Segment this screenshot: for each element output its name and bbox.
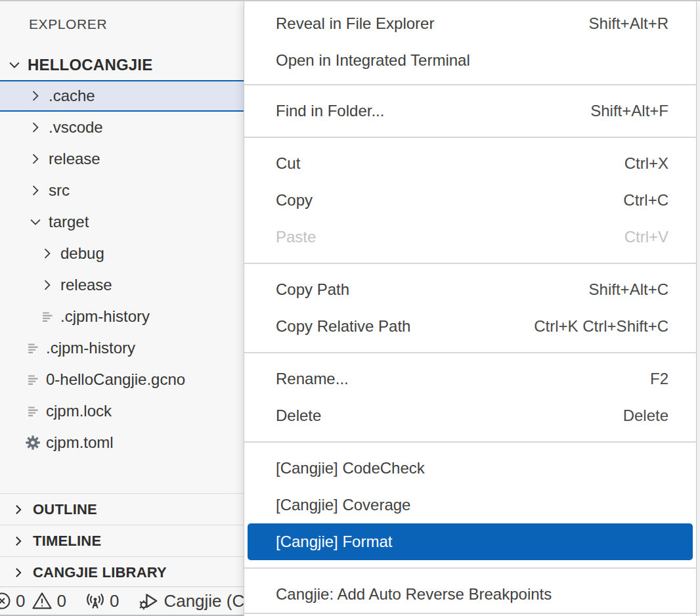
tree-item-target-cjpm-history[interactable]: .cjpm-history <box>0 301 244 332</box>
section-timeline[interactable]: TIMELINE <box>0 525 244 556</box>
tree-item-src[interactable]: src <box>0 175 244 206</box>
tree-root-label: HELLOCANGJIE <box>28 56 152 74</box>
chevron-right-icon <box>28 183 43 198</box>
menu-item-rename[interactable]: Rename... F2 <box>244 361 696 397</box>
problems-indicator[interactable]: 0 0 <box>0 587 66 615</box>
radio-tower-icon <box>85 590 106 611</box>
tree-item-release[interactable]: release <box>0 143 244 175</box>
sidebar-bottom-sections: OUTLINE TIMELINE CANGJIE LIBRARY <box>0 493 244 588</box>
section-cangjie-library[interactable]: CANGJIE LIBRARY <box>0 556 244 588</box>
window-top-border <box>0 0 700 1</box>
tree-item-label: release <box>60 276 112 294</box>
menu-item-label: [Cangjie] Coverage <box>276 496 410 514</box>
menu-group: Reveal in File Explorer Shift+Alt+R Open… <box>244 0 696 84</box>
explorer-panel-title: EXPLORER <box>29 16 107 32</box>
debug-target-indicator[interactable]: Cangjie (C <box>139 587 244 615</box>
tree-item-cjpm-lock[interactable]: cjpm.lock <box>0 395 244 427</box>
tree-item-target[interactable]: target <box>0 206 244 238</box>
explorer-panel: EXPLORER HELLOCANGJIE .cache .vscode rel… <box>0 0 244 616</box>
context-menu: Reveal in File Explorer Shift+Alt+R Open… <box>244 0 697 616</box>
menu-item-cangjie-format[interactable]: [Cangjie] Format <box>248 523 693 560</box>
menu-group: Cut Ctrl+X Copy Ctrl+C Paste Ctrl+V <box>244 137 696 263</box>
menu-item-label: Reveal in File Explorer <box>276 14 434 33</box>
menu-item-label: Rename... <box>276 370 349 388</box>
text-lines-icon <box>25 372 41 387</box>
menu-item-label: Copy <box>276 191 313 209</box>
menu-item-delete[interactable]: Delete Delete <box>244 397 696 434</box>
menu-item-label: Copy Path <box>276 280 349 299</box>
chevron-right-icon <box>28 88 43 104</box>
chevron-right-icon <box>39 246 55 261</box>
chevron-right-icon <box>11 565 26 581</box>
text-lines-icon <box>39 309 55 324</box>
tree-item-vscode[interactable]: .vscode <box>0 112 244 143</box>
tree-item-cjpm-toml[interactable]: cjpm.toml <box>0 427 244 458</box>
menu-item-shortcut: Delete <box>623 407 668 425</box>
warning-triangle-icon <box>32 590 53 611</box>
menu-item-cut[interactable]: Cut Ctrl+X <box>244 145 696 182</box>
error-circle-x-icon <box>0 591 12 611</box>
menu-item-label: Paste <box>276 228 316 246</box>
tree-root-hellocangjie[interactable]: HELLOCANGJIE <box>0 50 244 80</box>
menu-item-label: Open in Integrated Terminal <box>276 51 470 70</box>
menu-item-cangjie-coverage[interactable]: [Cangjie] Coverage <box>244 487 696 523</box>
menu-group <box>244 613 696 616</box>
menu-item-shortcut: Ctrl+K Ctrl+Shift+C <box>534 317 668 336</box>
gear-icon <box>25 435 41 451</box>
ports-indicator[interactable]: 0 <box>85 587 119 615</box>
menu-group: Rename... F2 Delete Delete <box>244 352 696 441</box>
tree-item-label: .cache <box>49 87 95 105</box>
tree-item-hellocangjie-gcno[interactable]: 0-helloCangjie.gcno <box>0 364 244 395</box>
menu-item-copy-relative-path[interactable]: Copy Relative Path Ctrl+K Ctrl+Shift+C <box>244 308 696 345</box>
menu-item-label: Cut <box>276 154 300 173</box>
menu-item-shortcut: Ctrl+C <box>623 191 668 209</box>
menu-group: Cangjie: Add Auto Reverse Breakpoints <box>244 567 696 613</box>
error-count: 0 <box>16 591 25 611</box>
tree-item-target-debug[interactable]: debug <box>0 238 244 269</box>
section-label: OUTLINE <box>33 501 97 518</box>
tree-item-label: .cjpm-history <box>60 307 150 326</box>
text-lines-icon <box>25 340 41 356</box>
chevron-right-icon <box>28 120 43 135</box>
file-tree: .cache .vscode release src target debug … <box>0 80 244 458</box>
tree-item-label: cjpm.toml <box>46 433 114 452</box>
menu-item-shortcut: F2 <box>650 370 668 388</box>
section-label: CANGJIE LIBRARY <box>33 564 167 581</box>
menu-item-open-in-integrated-terminal[interactable]: Open in Integrated Terminal <box>244 42 696 79</box>
tree-item-label: release <box>49 150 100 168</box>
menu-item-shortcut: Shift+Alt+R <box>589 14 668 33</box>
menu-item-shortcut: Ctrl+X <box>624 154 668 173</box>
section-outline[interactable]: OUTLINE <box>0 493 244 525</box>
debug-target-label: Cangjie (C <box>164 591 244 611</box>
section-label: TIMELINE <box>33 533 101 550</box>
menu-item-shortcut: Shift+Alt+F <box>590 102 668 120</box>
tree-item-target-release[interactable]: release <box>0 269 244 301</box>
menu-item-label: Find in Folder... <box>276 102 384 120</box>
menu-item-label: Cangjie: Add Auto Reverse Breakpoints <box>276 585 552 604</box>
tree-item-label: debug <box>60 244 104 263</box>
menu-item-copy-path[interactable]: Copy Path Shift+Alt+C <box>244 271 696 308</box>
menu-item-cangjie-codecheck[interactable]: [Cangjie] CodeCheck <box>244 450 696 487</box>
menu-item-label: [Cangjie] Format <box>276 533 392 551</box>
chevron-down-icon <box>7 57 22 73</box>
chevron-down-icon <box>28 214 43 230</box>
tree-item-cjpm-history[interactable]: .cjpm-history <box>0 332 244 364</box>
tree-item-label: target <box>49 213 89 231</box>
text-lines-icon <box>25 403 41 419</box>
menu-item-copy[interactable]: Copy Ctrl+C <box>244 182 696 219</box>
menu-item-shortcut: Ctrl+V <box>624 228 668 246</box>
tree-item-cache[interactable]: .cache <box>0 80 244 112</box>
menu-item-label: Delete <box>276 407 321 425</box>
debug-bug-play-icon <box>139 590 160 611</box>
menu-item-cangjie-add-auto-reverse-breakpoints[interactable]: Cangjie: Add Auto Reverse Breakpoints <box>244 576 696 613</box>
menu-item-label: [Cangjie] CodeCheck <box>276 459 425 477</box>
warning-count: 0 <box>56 591 66 611</box>
tree-item-label: cjpm.lock <box>46 402 112 420</box>
chevron-right-icon <box>11 533 26 549</box>
menu-item-reveal-in-file-explorer[interactable]: Reveal in File Explorer Shift+Alt+R <box>244 5 696 42</box>
menu-group: [Cangjie] CodeCheck [Cangjie] Coverage [… <box>244 441 696 567</box>
tree-item-label: .cjpm-history <box>46 339 135 357</box>
chevron-right-icon <box>28 151 43 167</box>
chevron-right-icon <box>39 277 55 293</box>
menu-item-find-in-folder[interactable]: Find in Folder... Shift+Alt+F <box>244 93 696 129</box>
